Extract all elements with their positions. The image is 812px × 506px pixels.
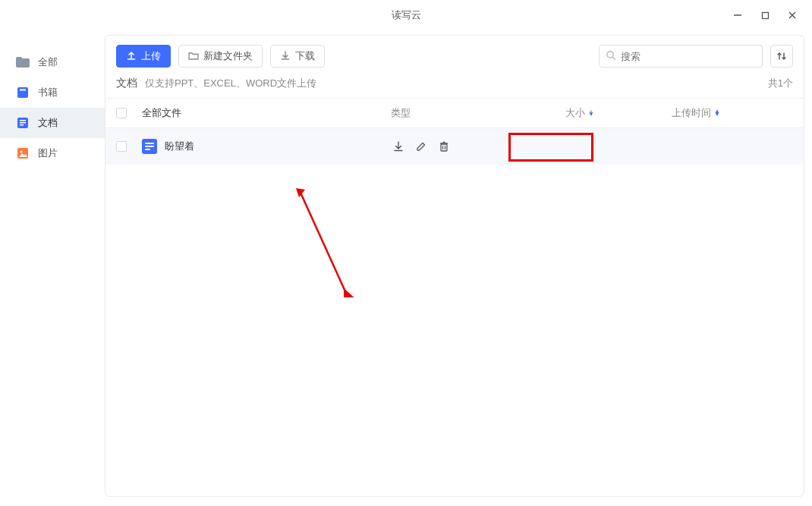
- folder-all-icon: [15, 55, 30, 70]
- file-table: 全部文件 类型 大小 ▲▼ 上传时间 ▲▼: [105, 98, 804, 165]
- header-time[interactable]: 上传时间 ▲▼: [672, 106, 793, 120]
- upload-icon: [126, 50, 137, 63]
- row-actions-cell: [391, 139, 565, 154]
- select-all-checkbox[interactable]: [116, 108, 127, 118]
- count-text: 共1个: [768, 77, 793, 90]
- main-panel: 上传 新建文件夹 下载: [105, 35, 804, 497]
- toolbar: 上传 新建文件夹 下载: [105, 36, 804, 77]
- svg-line-17: [612, 57, 615, 59]
- header-size[interactable]: 大小 ▲▼: [565, 106, 672, 120]
- header-type[interactable]: 类型: [391, 106, 565, 120]
- sidebar: 全部 书籍 文档 图片: [0, 30, 105, 506]
- row-checkbox[interactable]: [116, 141, 127, 152]
- header-name[interactable]: 全部文件: [142, 106, 391, 120]
- svg-rect-5: [16, 57, 22, 61]
- window-controls: [724, 4, 812, 27]
- hint-row: 文档 仅支持PPT、EXCEL、WORD文件上传 共1个: [105, 77, 804, 98]
- svg-rect-10: [20, 122, 26, 124]
- file-doc-icon: [142, 139, 157, 154]
- row-delete-button[interactable]: [436, 139, 452, 154]
- doc-icon: [15, 115, 30, 130]
- sort-caret-icon: ▲▼: [588, 110, 594, 116]
- svg-rect-1: [762, 12, 768, 18]
- file-name-cell: 盼望着: [142, 139, 391, 154]
- image-icon: [15, 146, 30, 161]
- annotation-arrow: [291, 184, 360, 297]
- table-row[interactable]: 盼望着: [105, 128, 804, 165]
- svg-rect-11: [20, 124, 24, 126]
- sort-caret-icon: ▲▼: [714, 110, 720, 116]
- svg-point-13: [20, 150, 22, 152]
- titlebar: 读写云: [0, 0, 812, 30]
- upload-label: 上传: [141, 49, 161, 63]
- table-header: 全部文件 类型 大小 ▲▼ 上传时间 ▲▼: [105, 98, 804, 128]
- new-folder-button[interactable]: 新建文件夹: [178, 45, 263, 68]
- svg-rect-9: [20, 120, 26, 121]
- window-title: 读写云: [392, 8, 421, 22]
- sidebar-item-label: 全部: [38, 55, 58, 69]
- category-label: 文档: [116, 77, 137, 90]
- sidebar-item-books[interactable]: 书籍: [0, 77, 105, 108]
- sidebar-item-docs[interactable]: 文档: [0, 108, 105, 138]
- row-download-button[interactable]: [391, 139, 406, 154]
- search-box[interactable]: [599, 45, 763, 68]
- download-button[interactable]: 下载: [270, 45, 325, 68]
- svg-rect-19: [441, 144, 447, 151]
- book-icon: [15, 85, 30, 100]
- svg-rect-7: [20, 90, 26, 91]
- row-rename-button[interactable]: [414, 139, 429, 154]
- download-label: 下载: [295, 49, 315, 63]
- sort-toggle-button[interactable]: [770, 45, 793, 68]
- sidebar-item-label: 文档: [38, 116, 58, 130]
- search-input[interactable]: [621, 51, 756, 62]
- minimize-button[interactable]: [724, 4, 751, 27]
- svg-rect-6: [17, 87, 28, 98]
- svg-line-24: [301, 193, 345, 290]
- upload-button[interactable]: 上传: [116, 45, 171, 68]
- file-name: 盼望着: [165, 140, 194, 153]
- new-folder-label: 新建文件夹: [203, 49, 253, 63]
- hint-text: 仅支持PPT、EXCEL、WORD文件上传: [145, 77, 316, 90]
- sidebar-item-label: 图片: [38, 146, 58, 160]
- sidebar-item-all[interactable]: 全部: [0, 47, 105, 77]
- sidebar-item-images[interactable]: 图片: [0, 138, 105, 168]
- download-icon: [280, 50, 291, 63]
- folder-icon: [188, 51, 199, 62]
- search-icon: [606, 50, 616, 63]
- maximize-button[interactable]: [751, 4, 779, 27]
- sidebar-item-label: 书籍: [38, 86, 58, 99]
- close-button[interactable]: [779, 4, 806, 27]
